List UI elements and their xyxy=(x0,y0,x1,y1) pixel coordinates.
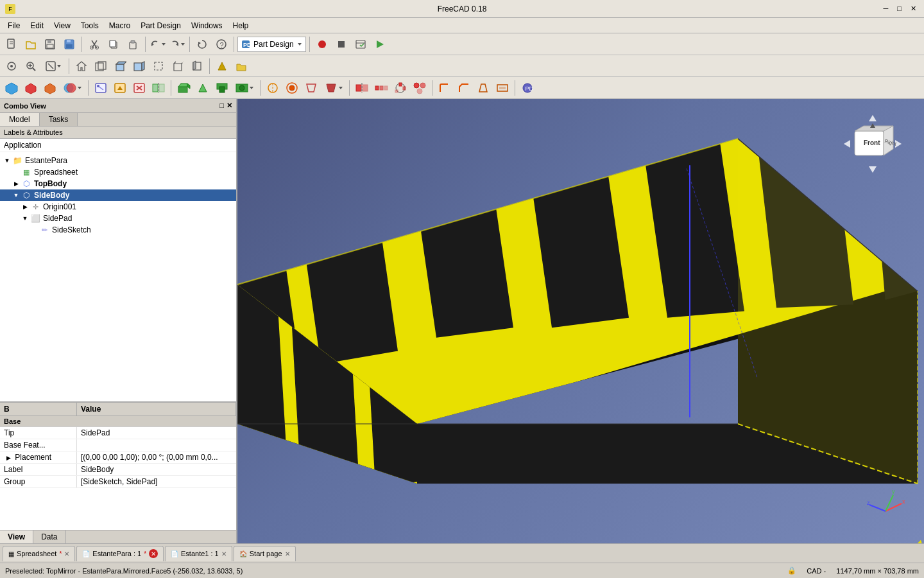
tb-thickness[interactable] xyxy=(493,79,511,97)
tb-pd-clone[interactable] xyxy=(41,79,59,97)
tb-view-all[interactable] xyxy=(3,57,21,75)
tb-refresh[interactable] xyxy=(193,35,211,53)
menu-file[interactable]: File xyxy=(3,20,25,31)
tree-node-sidepad[interactable]: ▼ ⬜ SidePad xyxy=(0,213,236,224)
close-button[interactable]: ✕ xyxy=(908,4,919,13)
tb-mirrored[interactable] xyxy=(353,79,371,97)
prop-row-base-feat[interactable]: Base Feat... xyxy=(0,439,236,451)
tb-subtractive-loft[interactable] xyxy=(302,79,320,97)
tree-arrow-sidepad[interactable]: ▼ xyxy=(21,215,30,222)
tree-arrow-origin001[interactable]: ▶ xyxy=(21,204,30,210)
tb-zoom-in[interactable] xyxy=(22,57,40,75)
tb-draw-style-dropdown[interactable] xyxy=(41,57,65,75)
tab-model[interactable]: Model xyxy=(0,113,40,126)
tb-play-macro[interactable] xyxy=(371,35,389,53)
tab-tasks[interactable]: Tasks xyxy=(40,113,78,126)
tree-arrow-estante-para[interactable]: ▼ xyxy=(3,157,12,164)
tb-right[interactable] xyxy=(130,57,148,75)
tb-hole[interactable] xyxy=(232,79,257,97)
btab-estante1[interactable]: 📄 Estante1 : 1 ✕ xyxy=(165,546,232,561)
tb-texture[interactable] xyxy=(213,57,231,75)
tb-pd-extra[interactable]: PD xyxy=(518,79,536,97)
tree-node-origin001[interactable]: ▶ ✛ Origin001 xyxy=(0,201,236,213)
tb-chamfer[interactable] xyxy=(455,79,473,97)
tb-left[interactable] xyxy=(188,57,206,75)
tree-view[interactable]: ▼ 📁 EstantePara ▶ ▦ Spreadsheet ▶ ⬡ TopB… xyxy=(0,152,236,401)
tree-arrow-sidebody[interactable]: ▼ xyxy=(12,192,21,198)
prop-row-group[interactable]: Group [SideSketch, SidePad] xyxy=(0,476,236,488)
btab-close-estante-para[interactable]: ✕ xyxy=(149,549,158,558)
tb-edit-macro[interactable] xyxy=(352,35,370,53)
tb-additive-loft[interactable] xyxy=(321,79,346,97)
tb-pd-part[interactable] xyxy=(3,79,21,97)
view-tab-data[interactable]: Data xyxy=(33,530,65,543)
menu-edit[interactable]: Edit xyxy=(25,20,49,31)
tb-open2[interactable] xyxy=(232,57,250,75)
tree-node-sidesketch[interactable]: ▶ ✏ SideSketch xyxy=(0,224,236,236)
tb-revolution[interactable] xyxy=(264,79,282,97)
tb-rear[interactable] xyxy=(150,57,167,75)
btab-close-start[interactable]: ✕ xyxy=(285,550,290,557)
tb-pd-mirror-sketch[interactable] xyxy=(150,79,167,97)
tb-top[interactable] xyxy=(111,57,129,75)
tb-pad-draft[interactable] xyxy=(194,79,212,97)
btab-spreadsheet[interactable]: ▦ Spreadsheet * ✕ xyxy=(3,546,75,561)
menu-macro[interactable]: Macro xyxy=(104,20,135,31)
tree-arrow-sidesketch[interactable]: ▶ xyxy=(30,227,38,233)
menu-view[interactable]: View xyxy=(49,20,76,31)
combo-close-button[interactable]: ✕ xyxy=(227,101,232,110)
tb-paste[interactable] xyxy=(124,35,142,53)
tb-polar-pattern[interactable] xyxy=(391,79,409,97)
view-cube[interactable]: Front Right xyxy=(841,112,905,176)
tree-node-sidebody[interactable]: ▼ ⬡ SideBody xyxy=(0,189,236,201)
workbench-dropdown[interactable]: PD Part Design xyxy=(237,37,306,52)
tb-pd-body[interactable] xyxy=(22,79,40,97)
view-tab-view[interactable]: View xyxy=(0,530,33,543)
menu-windows[interactable]: Windows xyxy=(186,20,228,31)
tb-open[interactable] xyxy=(22,35,40,53)
tb-front[interactable] xyxy=(92,57,110,75)
prop-row-tip[interactable]: Tip SidePad xyxy=(0,427,236,439)
tb-save-copy[interactable] xyxy=(41,35,59,53)
menu-tools[interactable]: Tools xyxy=(76,20,104,31)
tb-pd-boolean[interactable] xyxy=(60,79,85,97)
btab-close-estante1[interactable]: ✕ xyxy=(221,550,227,557)
btab-close-spreadsheet[interactable]: ✕ xyxy=(64,550,69,557)
tb-undo-dropdown[interactable] xyxy=(149,35,167,53)
prop-row-placement[interactable]: ▶ Placement [(0,00 0,00 1,00); 0,00 °; (… xyxy=(0,451,236,464)
tb-fillet[interactable] xyxy=(436,79,454,97)
tb-close-sketch[interactable] xyxy=(130,79,148,97)
combo-float-button[interactable]: □ xyxy=(219,101,224,110)
tree-node-estante-para[interactable]: ▼ 📁 EstantePara xyxy=(0,155,236,166)
tb-save[interactable] xyxy=(60,35,78,53)
tb-copy[interactable] xyxy=(105,35,123,53)
minimize-button[interactable]: ─ xyxy=(881,4,891,13)
tb-bottom[interactable] xyxy=(169,57,187,75)
menu-part-design[interactable]: Part Design xyxy=(135,20,186,31)
tb-multitransform[interactable] xyxy=(411,79,429,97)
tree-node-spreadsheet[interactable]: ▶ ▦ Spreadsheet xyxy=(0,166,236,178)
tb-new[interactable] xyxy=(3,35,21,53)
tree-arrow-spreadsheet[interactable]: ▶ xyxy=(12,169,21,175)
tb-draft[interactable] xyxy=(474,79,492,97)
tb-groove[interactable] xyxy=(283,79,301,97)
tb-cut[interactable] xyxy=(85,35,103,53)
tb-stop-macro[interactable] xyxy=(332,35,350,53)
tb-linear-pattern[interactable] xyxy=(372,79,390,97)
btab-start[interactable]: 🏠 Start page ✕ xyxy=(234,546,296,561)
btab-estante-para[interactable]: 📄 EstantePara : 1 * ✕ xyxy=(76,546,164,561)
prop-row-label[interactable]: Label SideBody xyxy=(0,464,236,476)
tree-arrow-topbody[interactable]: ▶ xyxy=(12,180,21,187)
tb-attach[interactable] xyxy=(111,79,129,97)
tb-redo-dropdown[interactable] xyxy=(168,35,186,53)
tb-record-macro[interactable] xyxy=(313,35,331,53)
menu-help[interactable]: Help xyxy=(228,20,254,31)
tb-pad[interactable] xyxy=(175,79,193,97)
tb-home[interactable] xyxy=(73,57,90,75)
3d-viewport[interactable]: Front Right x y z xyxy=(237,99,924,543)
tb-help[interactable]: ? xyxy=(212,35,230,53)
tb-pocket[interactable] xyxy=(213,79,231,97)
tree-node-topbody[interactable]: ▶ ⬡ TopBody xyxy=(0,178,236,189)
tb-sketch[interactable] xyxy=(92,79,110,97)
expand-icon[interactable]: ▶ xyxy=(4,455,13,461)
